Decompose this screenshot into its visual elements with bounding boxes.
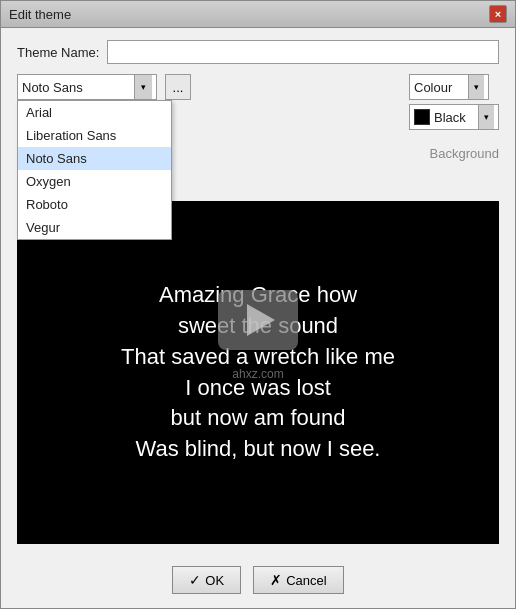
black-arrow-icon: ▾ — [478, 105, 494, 129]
colour-arrow-icon: ▾ — [468, 75, 484, 99]
theme-name-input[interactable] — [107, 40, 499, 64]
font-dropdown-arrow-icon: ▾ — [134, 75, 152, 99]
play-button-overlay[interactable] — [218, 290, 298, 350]
cancel-button[interactable]: ✗ Cancel — [253, 566, 343, 594]
black-color-dropdown[interactable]: Black ▾ — [409, 104, 499, 130]
ok-button[interactable]: ✓ OK — [172, 566, 241, 594]
theme-name-row: Theme Name: — [17, 40, 499, 64]
font-option-liberation-sans[interactable]: Liberation Sans — [18, 124, 171, 147]
preview-line-6: Was blind, but now I see. — [33, 434, 483, 465]
colour-dropdown[interactable]: Colour ▾ — [409, 74, 489, 100]
right-controls: Colour ▾ Black ▾ — [409, 74, 499, 130]
title-bar: Edit theme × — [1, 1, 515, 28]
font-dropdown[interactable]: Noto Sans ▾ — [17, 74, 157, 100]
edit-theme-dialog: Edit theme × Theme Name: Noto Sans ▾ Ari… — [0, 0, 516, 609]
theme-name-label: Theme Name: — [17, 45, 99, 60]
black-color-label: Black — [434, 110, 474, 125]
dialog-footer: ✓ OK ✗ Cancel — [1, 556, 515, 608]
ok-icon: ✓ — [189, 572, 201, 588]
preview-line-2-row: sweet the sound — [33, 311, 483, 342]
colour-row: Colour ▾ — [409, 74, 499, 100]
font-option-roboto[interactable]: Roboto — [18, 193, 171, 216]
black-swatch — [414, 109, 430, 125]
dialog-body: Theme Name: Noto Sans ▾ Arial Liberation… — [1, 28, 515, 556]
font-selected-label: Noto Sans — [22, 80, 134, 95]
play-icon — [247, 304, 275, 336]
font-option-oxygen[interactable]: Oxygen — [18, 170, 171, 193]
ok-label: OK — [205, 573, 224, 588]
controls-row: Noto Sans ▾ Arial Liberation Sans Noto S… — [17, 74, 499, 130]
dialog-title: Edit theme — [9, 7, 71, 22]
font-dropdown-menu: Arial Liberation Sans Noto Sans Oxygen R… — [17, 100, 172, 240]
cancel-icon: ✗ — [270, 572, 282, 588]
font-option-noto-sans[interactable]: Noto Sans — [18, 147, 171, 170]
font-dropdown-container: Noto Sans ▾ Arial Liberation Sans Noto S… — [17, 74, 157, 100]
cancel-label: Cancel — [286, 573, 326, 588]
preview-line-5: but now am found — [33, 403, 483, 434]
close-button[interactable]: × — [489, 5, 507, 23]
colour-label: Colour — [414, 80, 468, 95]
background-label: Background — [430, 146, 499, 161]
font-option-vegur[interactable]: Vegur — [18, 216, 171, 239]
font-option-arial[interactable]: Arial — [18, 101, 171, 124]
watermark: ahxz.com — [232, 366, 283, 383]
preview-area: Amazing Grace how sweet the sound ahxz.c… — [17, 201, 499, 544]
font-ellipsis-button[interactable]: ... — [165, 74, 191, 100]
